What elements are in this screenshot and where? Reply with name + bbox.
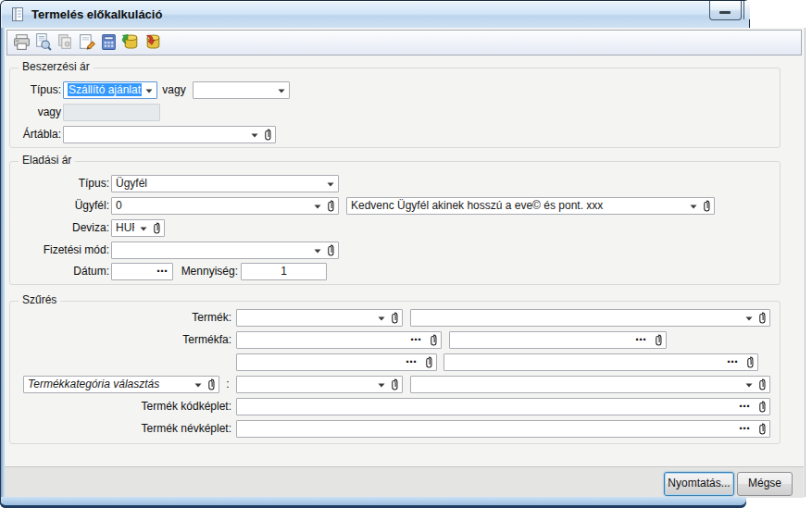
currency-label: Deviza: [7,219,109,237]
cancel-button[interactable]: Mégse [737,472,793,496]
paperclip-icon[interactable] [206,378,216,390]
paperclip-icon[interactable] [757,401,767,413]
paperclip-icon[interactable] [326,244,335,256]
copy-disabled-icon [56,32,75,52]
dropdown-arrow-icon[interactable] [690,204,697,209]
dropdown-arrow-icon[interactable] [194,383,202,388]
ellipsis-button[interactable]: ⋯ [727,354,739,370]
product-tree-field-2[interactable]: ⋯ [449,331,667,349]
paperclip-icon[interactable] [424,356,433,368]
database-export-icon[interactable] [144,32,163,52]
category-combo-2[interactable] [410,376,770,393]
dropdown-arrow-icon[interactable] [378,316,385,321]
customer-code-value: 0 [112,198,308,214]
product-tree-field-4[interactable]: ⋯ [443,353,758,371]
quantity-value: 1 [242,264,326,279]
sales-type-value: Ügyfél [112,176,323,192]
minimize-button[interactable] [709,1,742,20]
paperclip-icon[interactable] [263,129,272,141]
purchase-type-label: Típus: [6,81,61,99]
purchase-type-alt-combo[interactable] [193,81,290,99]
ellipsis-button[interactable]: ⋯ [406,354,418,370]
payment-method-label: Fizetési mód: [7,242,109,259]
sales-price-group-title: Eladási ár [19,154,75,167]
customer-name-value: Kedvenc Ügyfél akinek hosszú a eve© és p… [347,198,684,214]
payment-method-combo[interactable] [111,242,339,259]
purchase-or-inline-label: vagy [159,81,189,99]
product-code-formula-label: Termék kódképlet: [56,398,231,415]
price-table-label: Ártábla: [6,126,61,143]
category-combo-1[interactable] [236,376,403,393]
ellipsis-button[interactable]: ⋯ [739,421,751,437]
titlebar: Termelés előkalkuláció [0,0,750,29]
paperclip-icon[interactable] [390,378,399,390]
customer-label: Ügyfél: [7,197,109,215]
dropdown-arrow-icon[interactable] [314,204,321,209]
sales-type-label: Típus: [7,175,109,192]
edit-icon[interactable] [78,32,97,52]
paperclip-icon[interactable] [390,312,399,324]
dropdown-arrow-icon[interactable] [745,383,753,388]
dropdown-arrow-icon[interactable] [145,89,153,93]
print-button[interactable]: Nyomtatás... [664,472,734,496]
paperclip-icon[interactable] [152,222,161,234]
quantity-label: Mennyiség: [156,263,238,280]
production-precalculation-window: Termelés előkalkuláció Beszerzési ár Típ… [0,0,812,508]
dropdown-arrow-icon[interactable] [327,182,334,187]
paperclip-icon[interactable] [654,334,663,346]
dropdown-arrow-icon[interactable] [745,316,753,321]
window-icon [10,6,26,22]
window-button-partial [743,1,750,19]
calculator-icon[interactable] [99,32,119,52]
date-label: Dátum: [7,263,109,280]
price-table-combo[interactable] [63,126,276,143]
product-tree-field-1[interactable]: ⋯ [236,331,442,349]
dropdown-arrow-icon[interactable] [251,133,258,138]
purchase-or-field-disabled [63,104,160,121]
paperclip-icon[interactable] [757,312,767,324]
category-mode-value: Termékkategória választás [24,377,189,392]
paperclip-icon[interactable] [745,356,755,368]
quantity-field[interactable]: 1 [241,263,327,280]
product-name-formula-label: Termék névképlet: [56,420,231,438]
purchase-type-combo[interactable]: Szállító ajánlat [63,81,157,99]
dropdown-arrow-icon[interactable] [140,227,147,231]
window-title: Termelés előkalkuláció [31,1,162,28]
currency-combo[interactable]: HUF [111,219,165,237]
category-mode-combo[interactable]: Termékkategória választás [23,376,219,393]
product-name-formula-field[interactable]: ⋯ [236,420,770,438]
ellipsis-button[interactable]: ⋯ [739,399,751,415]
filter-group-title: Szűrés [19,293,60,306]
minimize-icon [719,11,731,14]
print-preview-icon[interactable] [33,32,53,52]
product-code-formula-field[interactable]: ⋯ [236,398,770,415]
paperclip-icon[interactable] [702,200,711,212]
paperclip-icon[interactable] [429,334,438,346]
customer-name-combo[interactable]: Kedvenc Ügyfél akinek hosszú a eve© és p… [346,197,715,215]
sales-type-combo[interactable]: Ügyfél [111,175,339,192]
ellipsis-button[interactable]: ⋯ [635,332,647,348]
customer-code-combo[interactable]: 0 [111,197,339,215]
purchase-type-value: Szállító ajánlat [68,83,142,96]
product-combo-1[interactable] [236,309,403,327]
dropdown-arrow-icon[interactable] [314,249,321,254]
product-tree-field-3[interactable]: ⋯ [236,353,437,371]
product-combo-2[interactable] [410,309,770,327]
dropdown-arrow-icon[interactable] [278,89,285,93]
print-icon[interactable] [12,32,31,52]
paperclip-icon[interactable] [757,423,767,435]
paperclip-icon[interactable] [757,378,767,390]
database-import-icon[interactable] [121,32,141,52]
purchase-price-group-title: Beszerzési ár [19,60,94,73]
purchase-or-row-label: vagy [6,104,61,121]
window-bottom-border [0,497,746,508]
category-colon-label: : [222,376,233,393]
product-label: Termék: [56,309,231,327]
paperclip-icon[interactable] [326,200,335,212]
currency-value: HUF [112,220,134,236]
product-tree-label: Termékfa: [56,331,231,349]
ellipsis-button[interactable]: ⋯ [410,332,422,348]
dropdown-arrow-icon[interactable] [378,383,385,388]
